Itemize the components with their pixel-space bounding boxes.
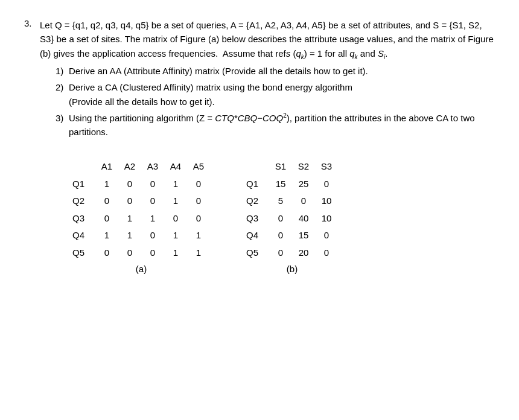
question-paragraph-1: Let Q = {q1, q2, q3, q4, q5} be a set of…: [40, 18, 495, 62]
table-a-row-q4: Q4 1 1 0 1 1: [72, 227, 210, 244]
table-b-row-q1-s3: 0: [315, 176, 338, 193]
table-a-row-q1-a1: 1: [95, 176, 118, 193]
table-a-row-q5: Q5 0 0 0 1 1: [72, 244, 210, 262]
table-b-header-s3: S3: [315, 158, 338, 176]
sub-item-3-number: 3): [56, 111, 65, 139]
table-a-header-a5: A5: [187, 158, 210, 176]
table-b-row-q4-s1: 0: [269, 227, 292, 244]
sub-items: 1) Derive an AA (Attribute Affinity) mat…: [56, 64, 495, 139]
table-a-caption: (a): [72, 264, 210, 274]
table-a-header-a3: A3: [141, 158, 164, 176]
table-a-row-q4-a5: 1: [187, 227, 210, 244]
table-b-row-q1-s2: 25: [292, 176, 315, 193]
table-a-row-q4-a3: 0: [141, 227, 164, 244]
table-b-caption: (b): [246, 264, 338, 274]
table-a-row-q1-a5: 0: [187, 176, 210, 193]
table-a-row-q4-label: Q4: [72, 227, 95, 244]
table-b-row-q3: Q3 0 40 10: [246, 210, 338, 228]
table-a-row-q3-a4: 0: [164, 210, 187, 228]
table-a-row-q5-label: Q5: [72, 244, 95, 262]
sub-item-2-text: Derive a CA (Clustered Affinity) matrix …: [69, 80, 352, 109]
table-b-row-q4: Q4 0 15 0: [246, 227, 338, 244]
sub-item-3-text: Using the partitioning algorithm (Z = CT…: [69, 111, 495, 139]
table-b-row-q5-label: Q5: [246, 244, 269, 262]
table-b-header-empty: [246, 158, 269, 176]
question-header: 3. Let Q = {q1, q2, q3, q4, q5} be a set…: [24, 18, 495, 141]
table-b-row-q1: Q1 15 25 0: [246, 176, 338, 193]
table-a-header-a1: A1: [95, 158, 118, 176]
sub-item-1-text: Derive an AA (Attribute Affinity) matrix…: [69, 64, 368, 78]
table-a-row-q3-a1: 0: [95, 210, 118, 228]
table-a-row-q4-a2: 1: [118, 227, 141, 244]
table-b-row-q3-label: Q3: [246, 210, 269, 228]
table-a-header-a2: A2: [118, 158, 141, 176]
table-b-row-q2-s2: 0: [292, 192, 315, 210]
table-b-row-q5: Q5 0 20 0: [246, 244, 338, 262]
table-b-row-q2-label: Q2: [246, 192, 269, 210]
table-b-row-q1-label: Q1: [246, 176, 269, 193]
table-b-row-q2-s3: 10: [315, 192, 338, 210]
table-a-row-q4-a1: 1: [95, 227, 118, 244]
table-b-row-q4-s2: 15: [292, 227, 315, 244]
table-a-row-q4-a4: 1: [164, 227, 187, 244]
table-b-row-q2-s1: 5: [269, 192, 292, 210]
table-b-header-s1: S1: [269, 158, 292, 176]
table-a-row-q2-a1: 0: [95, 192, 118, 210]
question-text: Let Q = {q1, q2, q3, q4, q5} be a set of…: [40, 18, 495, 141]
table-a-row-q2-a2: 0: [118, 192, 141, 210]
table-b-row-q4-label: Q4: [246, 227, 269, 244]
table-a-row-q3-a5: 0: [187, 210, 210, 228]
table-a-row-q2-a3: 0: [141, 192, 164, 210]
sub-item-2-number: 2): [56, 80, 65, 109]
table-a-row-q5-a1: 0: [95, 244, 118, 262]
table-b-row-q3-s3: 10: [315, 210, 338, 228]
table-a-row-q1-a2: 0: [118, 176, 141, 193]
table-b-row-q1-s1: 15: [269, 176, 292, 193]
table-b-row-q4-s3: 0: [315, 227, 338, 244]
table-b-row-q5-s3: 0: [315, 244, 338, 262]
table-a-row-q2-label: Q2: [72, 192, 95, 210]
table-b-row-q5-s1: 0: [269, 244, 292, 262]
sub-item-1-number: 1): [56, 64, 65, 78]
table-b-header-s2: S2: [292, 158, 315, 176]
table-a-row-q1: Q1 1 0 0 1 0: [72, 176, 210, 193]
table-a: A1 A2 A3 A4 A5 Q1 1 0 0 1 0 Q2 0 0 0 1 0: [72, 158, 210, 274]
question-container: 3. Let Q = {q1, q2, q3, q4, q5} be a set…: [24, 18, 495, 274]
table-a-row-q2-a5: 0: [187, 192, 210, 210]
table-a-row-q1-a3: 0: [141, 176, 164, 193]
table-a-header-empty: [72, 158, 95, 176]
table-a-header-a4: A4: [164, 158, 187, 176]
sub-item-1: 1) Derive an AA (Attribute Affinity) mat…: [56, 64, 495, 78]
sub-item-2: 2) Derive a CA (Clustered Affinity) matr…: [56, 80, 495, 109]
table-a-header-row: A1 A2 A3 A4 A5: [72, 158, 210, 176]
table-b-row-q2: Q2 5 0 10: [246, 192, 338, 210]
table-b-row-q3-s2: 40: [292, 210, 315, 228]
table-a-row-q5-a3: 0: [141, 244, 164, 262]
question-number: 3.: [24, 18, 35, 141]
sub-item-3: 3) Using the partitioning algorithm (Z =…: [56, 111, 495, 139]
table-a-row-q3: Q3 0 1 1 0 0: [72, 210, 210, 228]
table-a-row-q3-a2: 1: [118, 210, 141, 228]
table-b: S1 S2 S3 Q1 15 25 0 Q2 5 0 10 Q3 0 40 10: [246, 158, 338, 274]
table-b-header-row: S1 S2 S3: [246, 158, 338, 176]
table-a-row-q2-a4: 1: [164, 192, 187, 210]
table-a-row-q1-a4: 1: [164, 176, 187, 193]
table-a-row-q2: Q2 0 0 0 1 0: [72, 192, 210, 210]
tables-container: A1 A2 A3 A4 A5 Q1 1 0 0 1 0 Q2 0 0 0 1 0: [72, 158, 495, 274]
table-a-row-q5-a2: 0: [118, 244, 141, 262]
table-a-row-q5-a5: 1: [187, 244, 210, 262]
table-a-row-q3-a3: 1: [141, 210, 164, 228]
table-a-row-q1-label: Q1: [72, 176, 95, 193]
table-a-row-q5-a4: 1: [164, 244, 187, 262]
table-b-row-q3-s1: 0: [269, 210, 292, 228]
table-b-row-q5-s2: 20: [292, 244, 315, 262]
table-a-row-q3-label: Q3: [72, 210, 95, 228]
